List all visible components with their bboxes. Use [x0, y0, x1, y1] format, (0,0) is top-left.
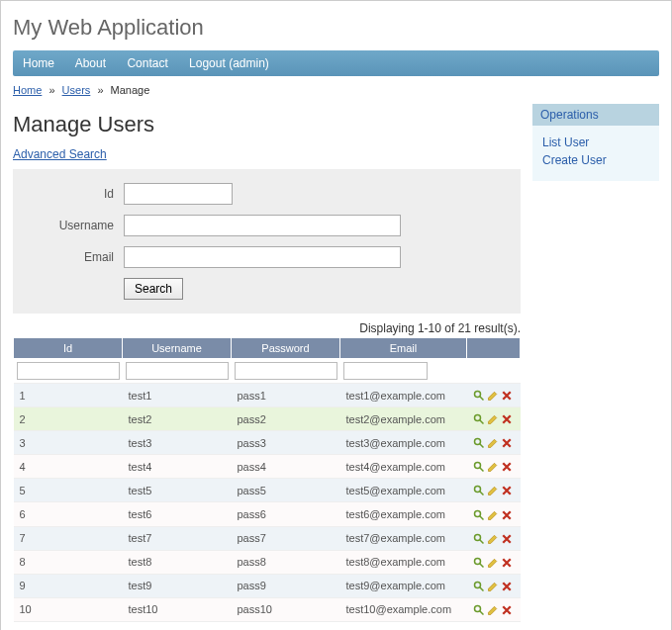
app-title: My Web Application	[13, 15, 659, 41]
delete-icon[interactable]	[501, 533, 513, 545]
svg-line-19	[479, 611, 483, 615]
operations-menu: List User Create User	[532, 126, 659, 181]
svg-point-0	[474, 392, 480, 398]
cell-email: test2@example.com	[340, 407, 467, 431]
filter-email[interactable]	[343, 362, 428, 380]
cell-email: test6@example.com	[340, 502, 467, 526]
search-username-label: Username	[25, 219, 114, 232]
page-title: Manage Users	[13, 112, 521, 137]
breadcrumb-sep: »	[48, 84, 54, 96]
delete-icon[interactable]	[501, 461, 513, 473]
cell-username: test3	[123, 431, 232, 455]
cell-email: test5@example.com	[340, 479, 467, 502]
search-form: Id Username Email Search	[13, 169, 521, 314]
table-row: 3test3pass3test3@example.com	[14, 431, 521, 455]
view-icon[interactable]	[473, 557, 485, 569]
view-icon[interactable]	[473, 413, 485, 425]
col-username[interactable]: Username	[123, 338, 232, 359]
col-email[interactable]: Email	[340, 338, 467, 359]
breadcrumb-sep: »	[97, 84, 103, 96]
cell-id: 1	[14, 384, 123, 407]
menu-contact[interactable]: Contact	[127, 56, 167, 70]
table-row: 4test4pass4test4@example.com	[14, 455, 521, 479]
op-create-user[interactable]: Create User	[542, 153, 649, 167]
svg-line-5	[479, 444, 483, 448]
svg-line-1	[479, 397, 483, 401]
breadcrumb-current: Manage	[111, 84, 150, 96]
search-username-input[interactable]	[124, 215, 401, 236]
view-icon[interactable]	[473, 604, 485, 616]
delete-icon[interactable]	[501, 390, 513, 402]
svg-line-17	[479, 587, 483, 591]
cell-username: test10	[123, 597, 232, 621]
edit-icon[interactable]	[487, 509, 499, 521]
svg-line-11	[479, 515, 483, 519]
view-icon[interactable]	[473, 437, 485, 449]
delete-icon[interactable]	[501, 509, 513, 521]
delete-icon[interactable]	[501, 437, 513, 449]
view-icon[interactable]	[473, 390, 485, 402]
cell-email: test4@example.com	[340, 455, 467, 479]
edit-icon[interactable]	[487, 437, 499, 449]
menu-logout[interactable]: Logout (admin)	[189, 56, 269, 70]
edit-icon[interactable]	[487, 581, 499, 592]
cell-password: pass3	[232, 431, 340, 455]
delete-icon[interactable]	[501, 581, 513, 592]
svg-point-4	[474, 439, 480, 445]
col-id[interactable]: Id	[14, 338, 123, 359]
cell-password: pass1	[232, 384, 340, 407]
cell-password: pass2	[232, 407, 340, 431]
operations-title: Operations	[532, 104, 659, 126]
search-email-input[interactable]	[124, 246, 401, 268]
edit-icon[interactable]	[487, 604, 499, 616]
view-icon[interactable]	[473, 533, 485, 545]
edit-icon[interactable]	[487, 461, 499, 473]
cell-id: 8	[14, 550, 123, 574]
cell-email: test7@example.com	[340, 526, 467, 550]
filter-password[interactable]	[235, 362, 337, 380]
cell-password: pass5	[232, 479, 340, 502]
svg-point-8	[474, 487, 480, 493]
edit-icon[interactable]	[487, 485, 499, 496]
cell-id: 2	[14, 407, 123, 431]
grid-summary: Displaying 1-10 of 21 result(s).	[13, 321, 521, 335]
svg-point-10	[474, 510, 480, 516]
view-icon[interactable]	[473, 581, 485, 592]
svg-line-13	[479, 539, 483, 543]
breadcrumb-users[interactable]: Users	[62, 84, 91, 96]
cell-username: test9	[123, 574, 232, 597]
cell-username: test4	[123, 455, 232, 479]
cell-id: 5	[14, 479, 123, 502]
delete-icon[interactable]	[501, 485, 513, 496]
search-id-input[interactable]	[124, 183, 233, 205]
cell-id: 9	[14, 574, 123, 597]
cell-password: pass9	[232, 574, 340, 597]
users-grid: Id Username Password Email 1test1pas	[13, 337, 521, 622]
cell-username: test6	[123, 502, 232, 526]
filter-id[interactable]	[17, 362, 120, 380]
cell-id: 4	[14, 455, 123, 479]
delete-icon[interactable]	[501, 557, 513, 569]
op-list-user[interactable]: List User	[542, 135, 649, 149]
view-icon[interactable]	[473, 461, 485, 473]
search-button[interactable]: Search	[124, 278, 183, 300]
advanced-search-link[interactable]: Advanced Search	[13, 147, 107, 161]
svg-point-12	[474, 534, 480, 540]
view-icon[interactable]	[473, 485, 485, 496]
edit-icon[interactable]	[487, 390, 499, 402]
edit-icon[interactable]	[487, 413, 499, 425]
svg-line-15	[479, 564, 483, 568]
view-icon[interactable]	[473, 509, 485, 521]
edit-icon[interactable]	[487, 557, 499, 569]
edit-icon[interactable]	[487, 533, 499, 545]
cell-id: 7	[14, 526, 123, 550]
cell-username: test1	[123, 384, 232, 407]
filter-username[interactable]	[126, 362, 229, 380]
col-password[interactable]: Password	[232, 338, 340, 359]
breadcrumb-home[interactable]: Home	[13, 84, 42, 96]
main-menu: Home About Contact Logout (admin)	[13, 50, 659, 76]
delete-icon[interactable]	[501, 604, 513, 616]
menu-about[interactable]: About	[75, 56, 106, 70]
menu-home[interactable]: Home	[23, 56, 54, 70]
delete-icon[interactable]	[501, 413, 513, 425]
